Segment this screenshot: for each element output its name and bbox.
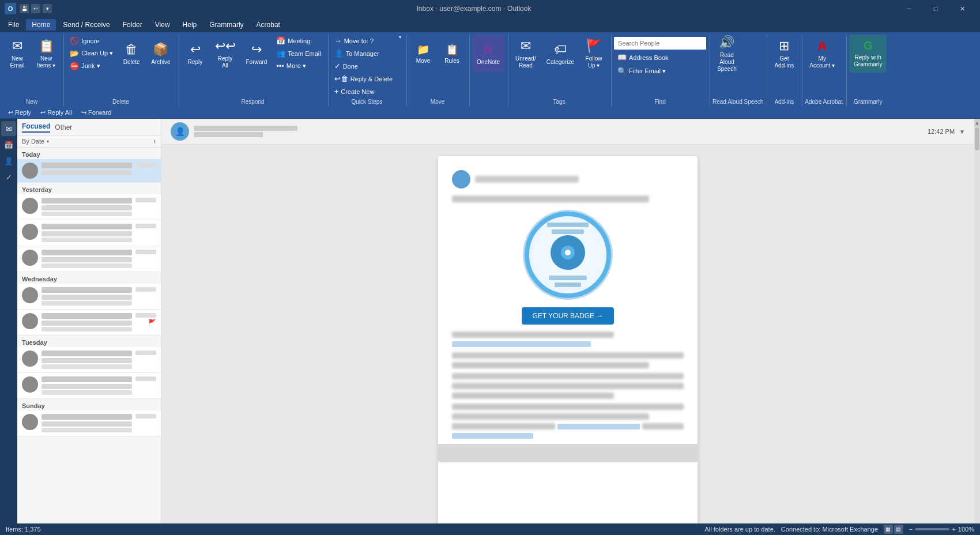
search-people-input[interactable] [614,37,706,50]
bottom-reply-all-button[interactable]: ↩ Reply All [37,108,76,118]
forward-button[interactable]: ↪ Forward [242,35,272,73]
ribbon-group-delete: 🚫 Ignore 📂 Clean Up ▾ ⛔ Junk ▾ 🗑 Delete [65,35,179,107]
junk-button[interactable]: ⛔ Junk ▾ [66,60,116,72]
address-book-button[interactable]: 📖 Address Book [614,51,706,63]
email-item[interactable] [17,373,161,399]
ignore-button[interactable]: 🚫 Ignore [66,35,116,47]
focused-tab[interactable]: Focused [22,122,50,133]
sort-by-date-button[interactable]: By Date ▾ [22,138,49,145]
email-avatar [22,163,38,179]
email-from [194,126,297,131]
meeting-button[interactable]: 📅 Meeting [273,35,324,47]
email-item[interactable] [17,284,161,310]
menu-file[interactable]: File [2,19,25,31]
zoom-out-button[interactable]: − [909,526,913,533]
email-item[interactable]: 🚩 [17,310,161,336]
reply-delete-button[interactable]: ↩🗑 Reply & Delete [331,73,396,85]
bottom-forward-button[interactable]: ↪ Forward [78,108,115,118]
menu-folder[interactable]: Folder [117,19,148,31]
delete-button[interactable]: 🗑 Delete [118,35,145,73]
bottom-reply-button[interactable]: ↩ Reply [5,108,35,118]
readaloud-label: ReadAloudSpeech [717,52,737,73]
body-line-4 [452,373,684,379]
my-account-button[interactable]: A MyAccount ▾ [805,35,839,73]
quick-access-more[interactable]: ▾ [43,4,52,13]
get-addins-button[interactable]: ⊞ GetAdd-ins [770,35,798,73]
filter-email-button[interactable]: 🔍 Filter Email ▾ [614,65,706,77]
menu-grammarly[interactable]: Grammarly [203,19,249,31]
create-new-label: Create New [341,88,374,95]
cta-button[interactable]: GET YOUR BADGE → [522,307,614,325]
move-button[interactable]: 📁 Move [409,35,437,73]
view-normal-icon[interactable]: ▦ [884,525,893,534]
address-book-label: Address Book [629,54,668,61]
unread-read-button[interactable]: ✉ Unread/Read [511,35,541,73]
maximize-button[interactable]: □ [922,0,949,17]
body-link-3[interactable] [452,433,533,439]
email-list-scroll[interactable]: Today Yesterday [17,148,161,535]
create-new-button[interactable]: + Create New [331,85,396,97]
quicksteps-dropdown[interactable]: ▾ [397,35,403,40]
more-respond-button[interactable]: ••• More ▾ [273,60,324,72]
email-header-text [194,126,297,137]
archive-icon: 📦 [153,42,168,57]
done-button[interactable]: ✓ Done [331,60,396,72]
to-manager-button[interactable]: 👤 To Manager [331,47,396,59]
email-body-scroll[interactable]: GET YOUR BADGE → [161,145,974,535]
email-item-content [42,224,132,242]
onenote-button[interactable]: N OneNote [472,35,504,73]
to-manager-icon: 👤 [334,49,344,58]
right-scrollbar[interactable]: ▲ ▼ [974,119,980,535]
nav-people-icon[interactable]: 👤 [1,153,16,168]
nav-mail-icon[interactable]: ✉ [1,121,16,136]
move-to-button[interactable]: → Move to: ? [331,35,396,47]
bottom-reply-icon: ↩ [8,109,13,116]
quick-access-undo[interactable]: ↩ [31,4,40,13]
zoom-slider[interactable] [915,528,949,530]
view-reading-icon[interactable]: ▤ [894,525,903,534]
body-link[interactable] [452,341,591,347]
rules-button[interactable]: 📋 Rules [438,35,466,73]
menu-send-receive[interactable]: Send / Receive [57,19,115,31]
close-button[interactable]: ✕ [949,0,975,17]
nav-calendar-icon[interactable]: 📅 [1,137,16,152]
clean-up-button[interactable]: 📂 Clean Up ▾ [66,47,116,59]
body-link-2[interactable] [557,424,640,429]
respond-group-buttons: ↩ Reply ↩↩ ReplyAll ↪ Forward 📅 Meeting [182,35,325,97]
minimize-button[interactable]: ─ [896,0,922,17]
new-items-button[interactable]: 📋 NewItems ▾ [32,35,60,73]
move-label: Move [416,58,430,65]
categorize-button[interactable]: 🏷 Categorize [542,35,579,73]
email-item[interactable] [17,246,161,272]
email-sender [42,224,132,229]
scroll-thumb[interactable] [975,127,979,150]
scroll-up-arrow[interactable]: ▲ [974,119,980,127]
email-item[interactable] [17,194,161,220]
email-item[interactable] [17,159,161,183]
menu-home[interactable]: Home [26,19,56,31]
menu-help[interactable]: Help [177,19,203,31]
reply-all-button[interactable]: ↩↩ ReplyAll [210,35,240,73]
menu-acrobat[interactable]: Acrobat [251,19,286,31]
unread-icon: ✉ [521,39,531,54]
quick-access-save[interactable]: 💾 [20,4,29,13]
zoom-in-button[interactable]: + [952,526,955,533]
read-aloud-button[interactable]: 🔊 ReadAloudSpeech [713,35,741,73]
connection-status: Connected to: Microsoft Exchange [781,526,878,533]
expand-details-button[interactable]: ▼ [959,129,965,135]
email-item[interactable] [17,347,161,373]
follow-up-button[interactable]: 🚩 FollowUp ▾ [580,35,608,73]
reply-button[interactable]: ↩ Reply [182,35,209,73]
other-tab[interactable]: Other [55,123,72,131]
sort-order-arrow[interactable]: ↑ [153,138,156,145]
email-item[interactable] [17,220,161,246]
respond-group-label: Respond [182,97,325,107]
email-item[interactable] [17,410,161,436]
junk-label: Junk ▾ [81,62,100,70]
grammarly-button[interactable]: G Reply withGrammarly [849,35,887,73]
team-email-button[interactable]: 👥 Team Email [273,47,324,59]
new-email-button[interactable]: ✉ NewEmail [3,35,31,73]
nav-tasks-icon[interactable]: ✓ [1,169,16,184]
menu-view[interactable]: View [149,19,176,31]
archive-button[interactable]: 📦 Archive [146,35,175,73]
